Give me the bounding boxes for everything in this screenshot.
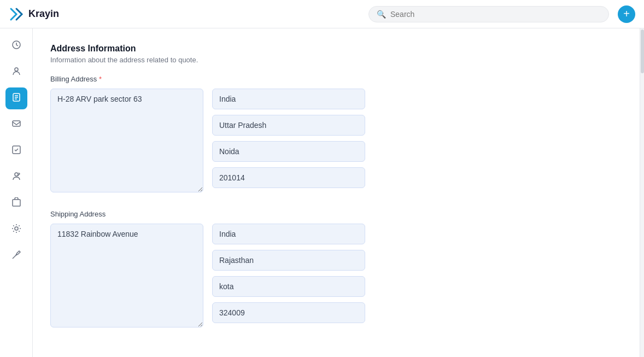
products-icon [11, 197, 21, 210]
sidebar-item-tools[interactable] [5, 245, 27, 267]
search-icon: 🔍 [377, 10, 386, 19]
billing-city-input[interactable] [212, 141, 365, 162]
logo: Krayin [9, 7, 59, 22]
billing-address-section: Billing Address * H-28 ARV park sector 6… [50, 75, 622, 192]
sidebar-item-contacts[interactable] [5, 61, 27, 83]
content-area: Address Information Information about th… [33, 28, 640, 357]
billing-required-indicator: * [97, 75, 102, 83]
scrollbar-thumb[interactable] [641, 30, 644, 73]
sidebar-item-mail[interactable] [5, 114, 27, 136]
sidebar-item-products[interactable] [5, 192, 27, 214]
shipping-street-input[interactable]: 11832 Rainbow Avenue [50, 224, 203, 327]
billing-country-input[interactable] [212, 89, 365, 109]
svg-rect-3 [13, 121, 20, 126]
shipping-address-label: Shipping Address [50, 210, 622, 218]
sidebar-item-person[interactable] [5, 166, 27, 188]
sidebar-item-tasks[interactable] [5, 140, 27, 162]
shipping-postal-input[interactable] [212, 302, 365, 323]
logo-icon [9, 7, 24, 22]
billing-address-row: H-28 ARV park sector 63 [50, 89, 622, 192]
main-layout: Address Information Information about th… [0, 28, 644, 357]
shipping-state-input[interactable] [212, 250, 365, 271]
svg-rect-6 [13, 200, 20, 206]
billing-street-input[interactable]: H-28 ARV park sector 63 [50, 89, 203, 192]
notes-icon [11, 92, 21, 105]
shipping-city-input[interactable] [212, 276, 365, 297]
add-button[interactable]: + [618, 5, 635, 23]
right-scrollbar[interactable] [640, 28, 644, 357]
shipping-address-row: 11832 Rainbow Avenue [50, 224, 622, 327]
billing-state-input[interactable] [212, 115, 365, 136]
tasks-icon [11, 145, 21, 157]
search-input[interactable] [390, 10, 601, 19]
contacts-icon [11, 66, 21, 79]
sidebar [0, 28, 33, 357]
header: Krayin 🔍 + [0, 0, 644, 28]
sidebar-item-notes[interactable] [5, 87, 27, 109]
person-icon [11, 171, 21, 184]
billing-address-label: Billing Address * [50, 75, 622, 83]
search-bar: 🔍 [368, 6, 609, 22]
logo-text: Krayin [28, 8, 59, 20]
billing-postal-input[interactable] [212, 167, 365, 188]
tools-icon [11, 250, 21, 262]
section-header: Address Information Information about th… [50, 44, 622, 64]
shipping-country-input[interactable] [212, 224, 365, 244]
mail-icon [11, 119, 21, 131]
sidebar-item-settings[interactable] [5, 219, 27, 241]
sidebar-item-activity[interactable] [5, 35, 27, 57]
activity-icon [11, 40, 21, 52]
svg-point-1 [15, 68, 18, 71]
svg-point-7 [15, 227, 18, 230]
billing-fields [212, 89, 622, 192]
shipping-address-section: Shipping Address 11832 Rainbow Avenue [50, 210, 622, 327]
section-subtitle: Information about the address related to… [50, 56, 622, 64]
settings-icon [11, 224, 21, 236]
shipping-fields [212, 224, 622, 327]
section-title: Address Information [50, 44, 622, 54]
